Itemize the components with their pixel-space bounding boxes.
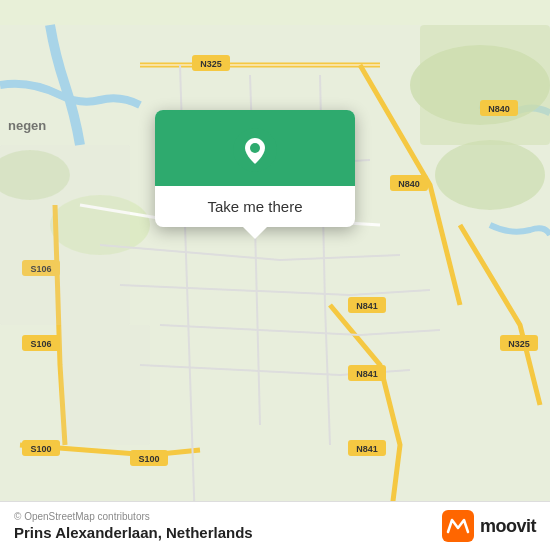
moovit-icon: [442, 510, 474, 542]
svg-text:N841: N841: [356, 301, 378, 311]
svg-rect-3: [420, 25, 550, 145]
popup-icon-area: [155, 110, 355, 186]
location-name: Prins Alexanderlaan, Netherlands: [14, 524, 253, 541]
svg-text:N325: N325: [200, 59, 222, 69]
svg-point-2: [435, 140, 545, 210]
svg-text:S106: S106: [30, 339, 51, 349]
svg-text:S100: S100: [30, 444, 51, 454]
svg-rect-30: [60, 325, 150, 445]
svg-rect-29: [0, 145, 130, 325]
svg-text:negen: negen: [8, 118, 46, 133]
svg-point-32: [250, 143, 260, 153]
moovit-text: moovit: [480, 516, 536, 537]
svg-text:N841: N841: [356, 444, 378, 454]
location-pin-icon: [233, 128, 277, 172]
svg-text:N840: N840: [398, 179, 420, 189]
svg-text:N840: N840: [488, 104, 510, 114]
svg-text:N841: N841: [356, 369, 378, 379]
map-container: N325 N840 N840 N841 N841 N841 S106 S106 …: [0, 0, 550, 550]
svg-text:S100: S100: [138, 454, 159, 464]
svg-text:N325: N325: [508, 339, 530, 349]
bottom-left-info: © OpenStreetMap contributors Prins Alexa…: [14, 511, 253, 541]
moovit-logo: moovit: [442, 510, 536, 542]
popup-card: Take me there: [155, 110, 355, 227]
bottom-bar: © OpenStreetMap contributors Prins Alexa…: [0, 501, 550, 550]
copyright-text: © OpenStreetMap contributors: [14, 511, 253, 522]
take-me-there-button[interactable]: Take me there: [197, 198, 312, 215]
